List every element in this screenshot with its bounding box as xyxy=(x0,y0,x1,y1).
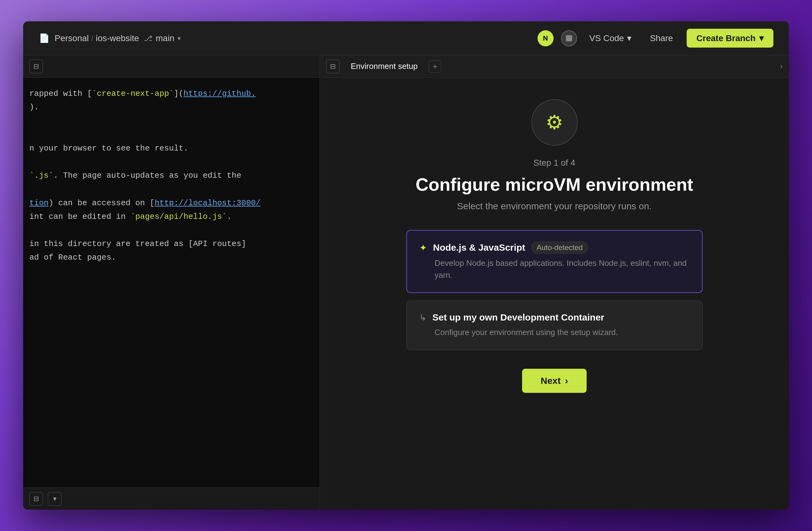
nodejs-desc: Develop Node.js based applications. Incl… xyxy=(419,257,690,281)
terminal-panel: ⊟ rapped with [`create-next-app`](https:… xyxy=(23,55,320,510)
sparkle-icon: ✦ xyxy=(419,242,427,253)
vscode-button[interactable]: VS Code ▾ xyxy=(584,31,636,46)
terminal-bottom-bar: ⊟ ▾ xyxy=(23,487,320,510)
create-branch-label: Create Branch xyxy=(697,33,755,43)
auto-detected-badge: Auto-detected xyxy=(531,242,588,253)
terminal-line-8: ad of React pages. xyxy=(29,251,314,264)
terminal-line-2: ). xyxy=(29,100,314,114)
breadcrumb: Personal / ios-website xyxy=(55,33,139,43)
next-label: Next xyxy=(541,376,561,386)
step-icon-container: ⚙ xyxy=(531,99,578,145)
avatar-n: N xyxy=(538,30,554,46)
devcontainer-option[interactable]: ↳ Set up my own Development Container Co… xyxy=(406,301,703,350)
terminal-content: rapped with [`create-next-app`](https://… xyxy=(23,78,320,487)
tab-label: Environment setup xyxy=(351,61,418,71)
breadcrumb-personal: Personal xyxy=(55,33,89,43)
terminal-line-4: `.js`. The page auto-updates as you edit… xyxy=(29,169,314,182)
terminal-line-5: tion) can be accessed on [http://localho… xyxy=(29,196,314,210)
breadcrumb-repo: ios-website xyxy=(96,33,139,43)
environment-setup-tab[interactable]: Environment setup xyxy=(346,59,423,73)
file-icon: 📄 xyxy=(39,33,50,44)
tabs-chevron-icon[interactable]: › xyxy=(780,61,783,71)
split-panel-icon[interactable]: ⊟ xyxy=(29,60,43,73)
share-button[interactable]: Share xyxy=(644,31,679,46)
setup-body: ⚙ Step 1 of 4 Configure microVM environm… xyxy=(320,78,789,510)
add-tab-button[interactable]: ＋ xyxy=(429,60,441,73)
next-button[interactable]: Next › xyxy=(522,369,586,393)
terminal-tabs: ⊟ xyxy=(23,55,320,78)
breadcrumb-separator: / xyxy=(91,34,93,43)
titlebar-right: N VS Code ▾ Share Create Branch ▾ xyxy=(538,29,773,47)
devcontainer-option-header: ↳ Set up my own Development Container xyxy=(419,312,690,323)
terminal-split-icon[interactable]: ⊟ xyxy=(29,492,43,506)
vscode-chevron-icon: ▾ xyxy=(627,33,632,43)
vscode-label: VS Code xyxy=(590,33,624,43)
stop-icon xyxy=(566,35,572,41)
terminal-line-6: int can be edited in `pages/api/hello.js… xyxy=(29,210,314,223)
arrow-icon: ↳ xyxy=(419,312,426,323)
titlebar-left: 📄 Personal / ios-website ⎇ main ▾ xyxy=(39,33,528,44)
step-label: Step 1 of 4 xyxy=(534,158,575,168)
gear-icon: ⚙ xyxy=(546,111,563,134)
branch-icon: ⎇ xyxy=(144,34,153,43)
devcontainer-desc: Configure your environment using the set… xyxy=(419,326,690,338)
app-window: 📄 Personal / ios-website ⎇ main ▾ N VS C… xyxy=(23,21,789,510)
setup-tabs: ⊟ Environment setup ＋ › xyxy=(320,55,789,78)
create-branch-chevron-icon: ▾ xyxy=(759,33,764,43)
nodejs-title: Node.js & JavaScript xyxy=(433,242,525,253)
nodejs-option-header: ✦ Node.js & JavaScript Auto-detected xyxy=(419,242,690,253)
setup-split-icon[interactable]: ⊟ xyxy=(326,60,339,73)
terminal-line-3: n your browser to see the result. xyxy=(29,142,314,155)
next-arrow-icon: › xyxy=(565,376,568,386)
create-branch-button[interactable]: Create Branch ▾ xyxy=(687,29,773,47)
setup-panel: ⊟ Environment setup ＋ › ⚙ Step 1 of 4 Co… xyxy=(320,55,789,510)
devcontainer-title: Set up my own Development Container xyxy=(433,312,605,323)
step-subtitle: Select the environment your repository r… xyxy=(457,201,651,211)
branch-selector[interactable]: ⎇ main ▾ xyxy=(144,33,180,43)
branch-name: main xyxy=(156,33,174,43)
step-title: Configure microVM environment xyxy=(416,174,693,195)
main-content: ⊟ rapped with [`create-next-app`](https:… xyxy=(23,55,789,510)
terminal-line-1: rapped with [`create-next-app`](https://… xyxy=(29,87,314,100)
branch-chevron-icon: ▾ xyxy=(177,34,180,42)
nodejs-option[interactable]: ✦ Node.js & JavaScript Auto-detected Dev… xyxy=(406,230,703,293)
terminal-line-7: in this directory are treated as [API ro… xyxy=(29,237,314,251)
options-container: ✦ Node.js & JavaScript Auto-detected Dev… xyxy=(406,230,703,350)
avatar-stop xyxy=(561,30,577,46)
terminal-down-icon[interactable]: ▾ xyxy=(48,492,61,506)
titlebar: 📄 Personal / ios-website ⎇ main ▾ N VS C… xyxy=(23,21,789,55)
